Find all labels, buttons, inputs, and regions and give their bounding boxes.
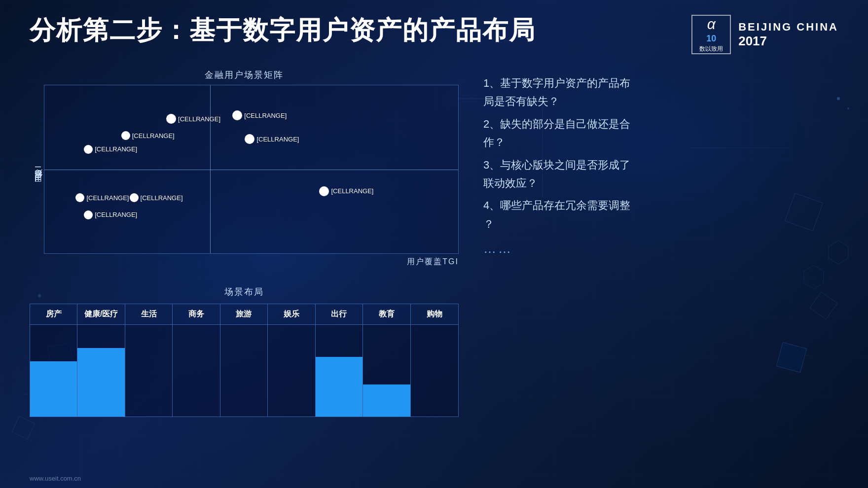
logo-symbol: α <box>707 16 716 33</box>
scene-bar-area-travel <box>220 325 267 417</box>
dot-3-circle <box>121 131 130 140</box>
scene-col-education: 教育 <box>363 304 410 417</box>
analysis-item-2: 2、缺失的部分是自己做还是合作？ <box>483 115 838 152</box>
scene-title: 场景布局 <box>30 286 459 298</box>
dot-1: [CELLRANGE] <box>232 110 287 120</box>
footer-url: www.useit.com.cn <box>30 475 81 482</box>
scene-bar-area-entertainment <box>268 325 315 417</box>
matrix-title: 金融用户场景矩阵 <box>30 69 459 81</box>
ellipsis: …… <box>483 241 838 256</box>
header: 分析第二步：基于数字用户资产的产品布局 α 10 数以致用 BEIJING CH… <box>30 15 838 54</box>
main-content: 金融用户场景矩阵 用户偏好TGI [CELLRANGE] <box>30 69 838 478</box>
analysis-item-1: 1、基于数字用户资产的产品布局是否有缺失？ <box>483 74 838 111</box>
scene-header-health: 健康/医疗 <box>77 304 124 325</box>
scene-bar-education <box>363 384 410 417</box>
dot-8: [CELLRANGE] <box>130 193 183 202</box>
scene-col-shopping: 购物 <box>411 304 458 417</box>
dot-4-label: [CELLRANGE] <box>95 145 137 153</box>
dot-2: [CELLRANGE] <box>166 114 220 124</box>
matrix-chart: [CELLRANGE] [CELLRANGE] [CELLRANGE] <box>44 85 459 254</box>
dot-6-label: [CELLRANGE] <box>331 187 373 195</box>
scene-bar-area-education <box>363 325 410 417</box>
scene-bar-area-shopping <box>411 325 458 417</box>
v-divider <box>210 85 211 253</box>
scene-header-fangchan: 房产 <box>30 304 77 325</box>
logo-box: α 10 数以致用 <box>691 15 731 54</box>
analysis-list: 1、基于数字用户资产的产品布局是否有缺失？ 2、缺失的部分是自己做还是合作？ 3… <box>483 74 838 233</box>
dot-4: [CELLRANGE] <box>84 145 137 154</box>
scene-bar-area-health <box>77 325 124 417</box>
scene-bar-area-fangchan <box>30 325 77 417</box>
scene-header-entertainment: 娱乐 <box>268 304 315 325</box>
dot-3: [CELLRANGE] <box>121 131 175 140</box>
dot-9-label: [CELLRANGE] <box>95 211 137 218</box>
scene-bar-area-travel2 <box>316 325 362 417</box>
scene-header-shopping: 购物 <box>411 304 458 325</box>
scene-col-travel2: 出行 <box>316 304 363 417</box>
dot-5-label: [CELLRANGE] <box>256 136 299 143</box>
dot-5-circle <box>245 134 254 144</box>
scene-bar-travel2 <box>316 357 362 417</box>
dot-7: [CELLRANGE] <box>75 193 129 202</box>
analysis-item-4: 4、哪些产品存在冗余需要调整？ <box>483 196 838 233</box>
dot-2-circle <box>166 114 176 124</box>
dot-6: [CELLRANGE] <box>319 186 373 196</box>
scene-col-life: 生活 <box>125 304 173 417</box>
page-title: 分析第二步：基于数字用户资产的产品布局 <box>30 15 536 45</box>
scene-section: 场景布局 房产 健康/医疗 生活 <box>30 286 459 478</box>
logo-info: BEIJING CHINA 2017 <box>738 21 838 49</box>
scene-bar-area-life <box>125 325 172 417</box>
right-panel: 1、基于数字用户资产的产品布局是否有缺失？ 2、缺失的部分是自己做还是合作？ 3… <box>473 69 838 478</box>
x-axis-label: 用户覆盖TGI <box>44 257 459 267</box>
dot-1-circle <box>232 110 242 120</box>
scene-col-entertainment: 娱乐 <box>268 304 315 417</box>
scene-col-health: 健康/医疗 <box>77 304 125 417</box>
scene-col-business: 商务 <box>173 304 220 417</box>
logo-slogan: 数以致用 <box>699 45 723 53</box>
scene-col-fangchan: 房产 <box>30 304 77 417</box>
dot-8-label: [CELLRANGE] <box>141 194 183 202</box>
logo-year: 2017 <box>738 34 838 49</box>
scene-header-life: 生活 <box>125 304 172 325</box>
dot-1-label: [CELLRANGE] <box>244 112 287 119</box>
scene-col-travel: 旅游 <box>220 304 268 417</box>
analysis-item-3: 3、与核心版块之间是否形成了联动效应？ <box>483 156 838 193</box>
footer: www.useit.com.cn <box>30 475 81 482</box>
dot-2-label: [CELLRANGE] <box>178 115 220 123</box>
scene-header-business: 商务 <box>173 304 219 325</box>
dot-9: [CELLRANGE] <box>84 210 137 219</box>
dot-3-label: [CELLRANGE] <box>132 132 175 139</box>
scene-header-travel: 旅游 <box>220 304 267 325</box>
scene-grid: 房产 健康/医疗 生活 <box>30 304 459 417</box>
scene-header-education: 教育 <box>363 304 410 325</box>
logo-area: α 10 数以致用 BEIJING CHINA 2017 <box>691 15 838 54</box>
h-divider <box>44 170 458 170</box>
dot-5: [CELLRANGE] <box>245 134 299 144</box>
scene-bar-health <box>77 348 124 417</box>
y-axis-label: 用户偏好TGI <box>30 85 44 267</box>
logo-number: 10 <box>706 34 716 44</box>
scene-bar-area-business <box>173 325 219 417</box>
matrix-wrapper: 用户偏好TGI [CELLRANGE] <box>30 85 459 267</box>
left-panel: 金融用户场景矩阵 用户偏好TGI [CELLRANGE] <box>30 69 459 478</box>
scene-bar-fangchan <box>30 361 77 417</box>
matrix-container: 金融用户场景矩阵 用户偏好TGI [CELLRANGE] <box>30 69 459 276</box>
svg-point-13 <box>847 107 849 109</box>
dot-9-circle <box>84 210 93 219</box>
dot-4-circle <box>84 145 93 154</box>
dot-6-circle <box>319 186 329 196</box>
dot-8-circle <box>130 193 139 202</box>
dot-7-circle <box>75 193 84 202</box>
dot-7-label: [CELLRANGE] <box>86 194 129 202</box>
logo-city: BEIJING CHINA <box>738 21 838 34</box>
scene-header-travel2: 出行 <box>316 304 362 325</box>
